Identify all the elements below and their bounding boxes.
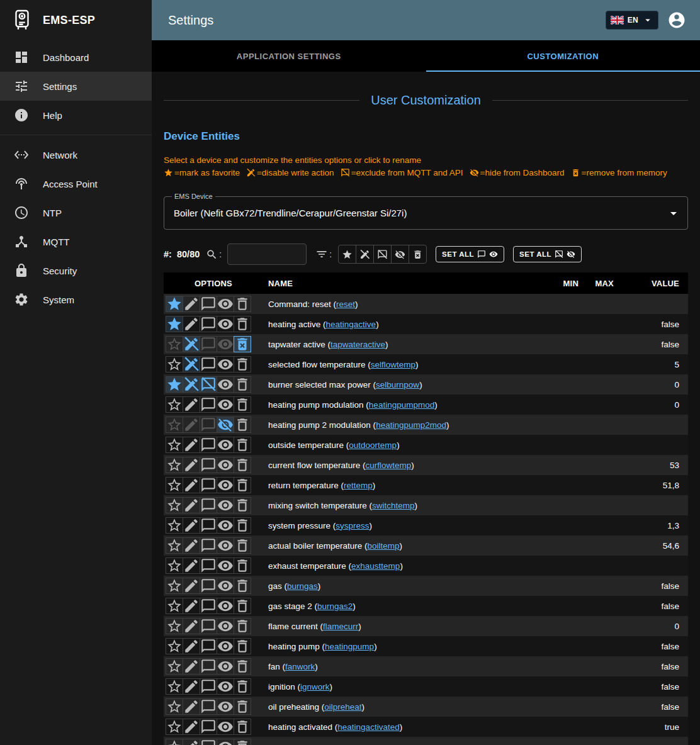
del-toggle[interactable] bbox=[234, 457, 251, 473]
sidebar-item-settings[interactable]: Settings bbox=[0, 72, 152, 101]
edit-toggle[interactable] bbox=[183, 497, 200, 513]
entity-code-link[interactable]: ignwork bbox=[300, 682, 330, 692]
mqtt-toggle[interactable] bbox=[200, 719, 217, 735]
edit-toggle[interactable] bbox=[183, 739, 200, 745]
fav-toggle[interactable] bbox=[166, 698, 183, 715]
del-toggle[interactable] bbox=[234, 497, 251, 513]
del-toggle[interactable] bbox=[234, 658, 251, 675]
entity-code-link[interactable]: outdoortemp bbox=[349, 440, 397, 450]
del-toggle[interactable] bbox=[234, 557, 251, 574]
entity-code-link[interactable]: flamecurr bbox=[323, 622, 358, 631]
entity-name[interactable]: gas stage 2 (burngas2) bbox=[268, 602, 356, 611]
del-toggle[interactable] bbox=[234, 356, 251, 373]
edit-toggle[interactable] bbox=[183, 396, 200, 413]
entity-name[interactable]: actual boiler temperature (boiltemp) bbox=[268, 541, 402, 551]
entity-name[interactable]: heating activated (heatingactivated) bbox=[268, 722, 402, 732]
edit-toggle[interactable] bbox=[183, 638, 200, 654]
eye-toggle[interactable] bbox=[217, 517, 234, 534]
del-toggle[interactable] bbox=[234, 477, 251, 493]
mqtt-toggle[interactable] bbox=[200, 437, 217, 453]
eye-toggle[interactable] bbox=[217, 356, 234, 373]
mqtt-toggle[interactable] bbox=[200, 598, 217, 614]
del-toggle[interactable] bbox=[234, 638, 251, 654]
eye-toggle[interactable] bbox=[217, 698, 234, 715]
fav-toggle[interactable] bbox=[166, 578, 183, 594]
mqtt-toggle[interactable] bbox=[200, 557, 217, 574]
edit-toggle[interactable] bbox=[183, 658, 200, 675]
eye-toggle[interactable] bbox=[217, 477, 234, 493]
fav-toggle[interactable] bbox=[166, 537, 183, 554]
del-toggle[interactable] bbox=[234, 678, 251, 695]
sidebar-item-dashboard[interactable]: Dashboard bbox=[0, 43, 152, 72]
del-toggle[interactable] bbox=[234, 417, 251, 433]
del-toggle[interactable] bbox=[234, 698, 251, 715]
del-toggle[interactable] bbox=[234, 719, 251, 735]
sidebar-item-security[interactable]: Security bbox=[0, 256, 152, 285]
fav-toggle[interactable] bbox=[166, 598, 183, 614]
mqtt-toggle[interactable] bbox=[200, 517, 217, 534]
fav-toggle[interactable] bbox=[166, 477, 183, 493]
del-toggle[interactable] bbox=[234, 396, 251, 413]
mqtt-toggle[interactable] bbox=[200, 336, 217, 352]
tab-application-settings[interactable]: APPLICATION SETTINGS bbox=[152, 40, 426, 72]
entity-code-link[interactable]: heatingactive bbox=[326, 320, 376, 329]
entity-name[interactable]: oil preheating (oilpreheat) bbox=[268, 702, 364, 712]
entity-code-link[interactable]: heatingpump bbox=[325, 642, 374, 651]
edit-toggle[interactable] bbox=[183, 417, 200, 433]
edit-toggle[interactable] bbox=[183, 557, 200, 574]
entity-name[interactable]: ignition (ignwork) bbox=[268, 682, 332, 692]
mqtt-toggle[interactable] bbox=[200, 356, 217, 373]
entity-code-link[interactable]: burngas2 bbox=[317, 602, 353, 611]
del-toggle[interactable] bbox=[234, 618, 251, 634]
mqtt-toggle[interactable] bbox=[200, 658, 217, 675]
entity-code-link[interactable]: selflowtemp bbox=[371, 360, 415, 369]
eye-toggle[interactable] bbox=[217, 678, 234, 695]
fav-toggle[interactable] bbox=[166, 336, 183, 352]
entity-code-link[interactable]: heatingpumpmod bbox=[369, 400, 434, 410]
mqtt-toggle[interactable] bbox=[200, 497, 217, 513]
entity-code-link[interactable]: burngas bbox=[287, 581, 318, 591]
sidebar-item-mqtt[interactable]: MQTT bbox=[0, 227, 152, 256]
entity-name[interactable]: flame current (flamecurr) bbox=[268, 622, 361, 631]
mqtt-toggle[interactable] bbox=[200, 678, 217, 695]
sidebar-item-access-point[interactable]: Access Point bbox=[0, 169, 152, 198]
fav-toggle[interactable] bbox=[166, 417, 183, 433]
eye-toggle[interactable] bbox=[217, 537, 234, 554]
mqtt-toggle[interactable] bbox=[200, 296, 217, 312]
entity-name[interactable]: exhaust temperature (exhausttemp) bbox=[268, 561, 403, 571]
entity-code-link[interactable]: rettemp bbox=[344, 481, 373, 490]
edit-toggle[interactable] bbox=[183, 578, 200, 594]
fav-toggle[interactable] bbox=[166, 678, 183, 695]
edit-toggle[interactable] bbox=[183, 457, 200, 473]
entity-code-link[interactable]: curflowtemp bbox=[366, 461, 412, 470]
edit-toggle[interactable] bbox=[183, 376, 200, 393]
sidebar-item-ntp[interactable]: NTP bbox=[0, 198, 152, 227]
entity-name[interactable]: tapwater active (tapwateractive) bbox=[268, 340, 388, 349]
edit-toggle[interactable] bbox=[183, 698, 200, 715]
edit-toggle[interactable] bbox=[183, 537, 200, 554]
mqtt-toggle[interactable] bbox=[200, 537, 217, 554]
del-toggle[interactable] bbox=[234, 316, 251, 332]
entity-code-link[interactable]: heatingactivated bbox=[337, 722, 399, 732]
entity-name[interactable]: return temperature (rettemp) bbox=[268, 481, 375, 490]
eye-toggle[interactable] bbox=[217, 417, 234, 433]
search-input[interactable] bbox=[227, 244, 307, 265]
eye-toggle[interactable] bbox=[217, 376, 234, 393]
entity-code-link[interactable]: selburnpow bbox=[376, 380, 419, 389]
ems-device-select[interactable]: EMS Device Boiler (Nefit GBx72/Trendline… bbox=[164, 196, 688, 230]
entity-code-link[interactable]: switchtemp bbox=[372, 501, 415, 510]
edit-toggle[interactable] bbox=[183, 336, 200, 352]
mqtt-toggle[interactable] bbox=[200, 316, 217, 332]
entity-name[interactable]: heating pump 2 modulation (heatingpump2m… bbox=[268, 420, 449, 430]
entity-name[interactable]: selected flow temperature (selflowtemp) bbox=[268, 360, 419, 369]
entity-code-link[interactable]: boiltemp bbox=[368, 541, 400, 551]
language-selector[interactable]: EN bbox=[606, 11, 658, 30]
fav-toggle[interactable] bbox=[166, 316, 183, 332]
sidebar-item-network[interactable]: Network bbox=[0, 140, 152, 169]
fav-toggle[interactable] bbox=[166, 739, 183, 745]
del-toggle[interactable] bbox=[234, 336, 251, 352]
eye-toggle[interactable] bbox=[217, 457, 234, 473]
fav-toggle[interactable] bbox=[166, 457, 183, 473]
edit-toggle[interactable] bbox=[183, 437, 200, 453]
entity-name[interactable]: outside temperature (outdoortemp) bbox=[268, 440, 400, 450]
